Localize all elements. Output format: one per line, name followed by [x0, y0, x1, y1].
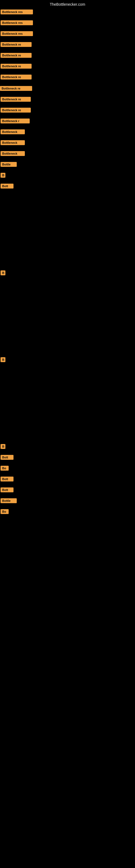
bottleneck-badge-15[interactable]: Bottle [1, 162, 17, 167]
bottleneck-badge-23[interactable]: Bott [1, 476, 13, 482]
bottleneck-badge-6[interactable]: Bottleneck re [1, 64, 32, 69]
bottleneck-badge-10[interactable]: Bottleneck re [1, 108, 31, 113]
bottleneck-badge-3[interactable]: Bottleneck res [1, 31, 33, 36]
site-title: TheBottlenecker.com [50, 2, 85, 6]
bottleneck-badge-7[interactable]: Bottleneck re [1, 74, 32, 80]
bottleneck-badge-12[interactable]: Bottleneck [1, 129, 25, 134]
bottleneck-badge-9[interactable]: Bottleneck re [1, 97, 31, 102]
bottleneck-badge-21[interactable]: Bott [1, 455, 13, 460]
bottleneck-badge-16[interactable]: B [1, 173, 5, 178]
bottleneck-badge-25[interactable]: Bottle [1, 498, 17, 503]
bottleneck-badge-2[interactable]: Bottleneck res [1, 20, 33, 25]
bottleneck-badge-17[interactable]: Bott [1, 184, 13, 188]
bottleneck-badge-4[interactable]: Bottleneck re [1, 42, 32, 47]
bottleneck-badge-1[interactable]: Bottleneck res [1, 9, 33, 14]
bottleneck-badge-18[interactable]: B [1, 271, 5, 275]
bottleneck-badge-11[interactable]: Bottleneck r [1, 119, 30, 123]
bottleneck-badge-13[interactable]: Bottleneck [1, 140, 25, 145]
bottleneck-badge-8[interactable]: Bottleneck re [0, 86, 32, 91]
bottleneck-badge-22[interactable]: Bo [1, 466, 9, 471]
bottleneck-badge-24[interactable]: Bott [1, 488, 13, 492]
bottleneck-badge-20[interactable]: B [1, 444, 5, 449]
bottleneck-badge-14[interactable]: Bottleneck [1, 151, 25, 156]
bottleneck-badge-5[interactable]: Bottleneck re [1, 53, 32, 58]
bottleneck-badge-19[interactable]: B [1, 357, 5, 362]
bottleneck-badge-26[interactable]: Bo [1, 509, 9, 514]
